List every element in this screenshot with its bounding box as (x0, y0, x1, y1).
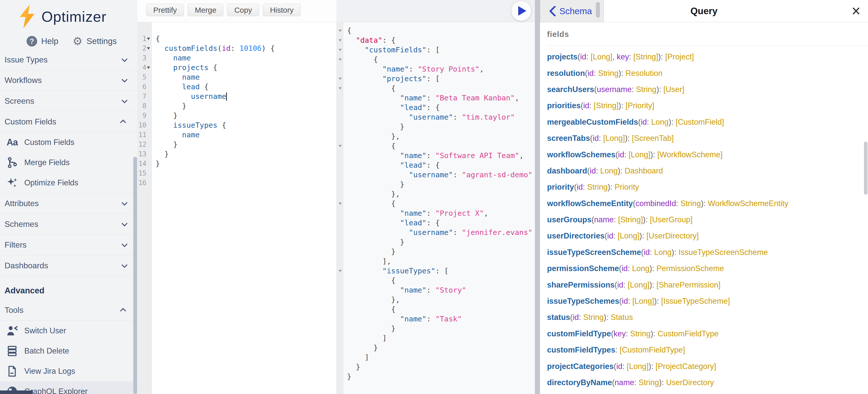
field-name-link[interactable]: customFieldTypes (547, 345, 615, 355)
return-type-link[interactable]: [Priority] (625, 101, 654, 110)
field-name-link[interactable]: userGroups (547, 215, 592, 224)
query-editor[interactable]: { customFields(id: 10106) { name project… (152, 22, 336, 394)
fold-caret-icon[interactable] (339, 49, 342, 51)
type-link[interactable]: String (630, 329, 650, 338)
sidebar-section-screens[interactable]: Screens (0, 91, 137, 112)
fold-caret-icon[interactable] (339, 58, 342, 61)
help-button[interactable]: ? Help (27, 36, 58, 47)
sidebar-item-merge-fields[interactable]: Merge Fields (0, 152, 137, 173)
type-link[interactable]: [String] (618, 215, 643, 224)
field-name-link[interactable]: screenTabs (547, 134, 590, 143)
sidebar-section-dashboards[interactable]: Dashboards (0, 255, 137, 276)
field-name-link[interactable]: searchUsers (547, 85, 594, 94)
return-type-link[interactable]: [User] (663, 85, 684, 94)
fold-caret-icon[interactable] (339, 145, 342, 147)
fold-caret-icon[interactable] (147, 66, 150, 69)
type-link[interactable]: Long (654, 248, 672, 257)
merge-button[interactable]: Merge (188, 4, 223, 16)
return-type-link[interactable]: [Project] (665, 52, 694, 61)
history-button[interactable]: History (263, 4, 301, 16)
type-link[interactable]: String (636, 85, 657, 94)
field-name-link[interactable]: resolution (547, 69, 585, 78)
field-name-link[interactable]: permissionScheme (547, 264, 619, 273)
type-link[interactable]: [Long] (632, 297, 654, 306)
field-name-link[interactable]: mergeableCustomFields (547, 118, 638, 127)
field-name-link[interactable]: issueTypeScreenScheme (547, 248, 641, 257)
return-type-link[interactable]: [CustomFieldType] (620, 345, 685, 355)
field-name-link[interactable]: workflowSchemes (547, 150, 615, 159)
fold-caret-icon[interactable] (339, 39, 342, 41)
sidebar-section-attributes[interactable]: Attributes (0, 193, 137, 214)
field-name-link[interactable]: status (547, 313, 570, 322)
return-type-link[interactable]: IssueTypeScreenScheme (679, 248, 768, 257)
sidebar-item-custom-fields[interactable]: AaCustom Fields (0, 132, 137, 152)
close-icon[interactable]: ✕ (851, 0, 861, 23)
return-type-link[interactable]: PermissionScheme (657, 264, 724, 273)
type-link[interactable]: String (680, 199, 701, 208)
type-link[interactable]: [Long] (618, 232, 639, 241)
copy-button[interactable]: Copy (227, 4, 259, 16)
return-type-link[interactable]: UserDirectory (666, 378, 714, 387)
return-type-link[interactable]: Dashboard (625, 166, 663, 176)
field-name-link[interactable]: userDirectories (547, 232, 604, 241)
type-link[interactable]: Long (632, 264, 649, 273)
type-link[interactable]: [String] (594, 101, 618, 110)
schema-back-button[interactable]: Schema (540, 0, 604, 22)
sidebar-section-workflows[interactable]: Workflows (0, 70, 137, 91)
type-link[interactable]: String (598, 69, 619, 78)
return-type-link[interactable]: Priority (615, 183, 639, 192)
sidebar-item-view-jira-logs[interactable]: View Jira Logs (0, 361, 137, 381)
return-type-link[interactable]: [IssueTypeScheme] (661, 297, 730, 306)
return-type-link[interactable]: [SharePermission] (657, 280, 720, 290)
field-name-link[interactable]: priorities (547, 101, 581, 110)
field-name-link[interactable]: sharePermissions (547, 280, 615, 290)
field-name-link[interactable]: customFieldType (547, 329, 611, 338)
prettify-button[interactable]: Prettify (146, 4, 184, 16)
pane-resize-handle[interactable] (535, 0, 540, 394)
type-link[interactable]: [Long] (628, 150, 650, 159)
type-link[interactable]: String (639, 378, 659, 387)
fold-caret-icon[interactable] (339, 203, 342, 205)
type-link[interactable]: [String] (633, 52, 658, 61)
type-link[interactable]: [Long] (603, 134, 625, 143)
fold-caret-icon[interactable] (339, 87, 342, 90)
doc-explorer-scrollbar[interactable] (864, 142, 867, 195)
field-name-link[interactable]: dashboard (547, 166, 587, 176)
sidebar-section-filters[interactable]: Filters (0, 235, 137, 255)
schema-pane-scrollbar[interactable] (596, 2, 600, 18)
return-type-link[interactable]: [ScreenTab] (632, 134, 674, 143)
return-type-link[interactable]: [UserDirectory] (646, 232, 699, 241)
sidebar-item-optimize-fields[interactable]: Optimize Fields (0, 173, 137, 193)
fold-caret-icon[interactable] (339, 270, 342, 272)
return-type-link[interactable]: Resolution (625, 69, 662, 78)
settings-button[interactable]: ⚙ Settings (72, 36, 117, 47)
sidebar-section-issue-types[interactable]: Issue Types (0, 49, 137, 70)
sidebar-item-switch-user[interactable]: Switch User (0, 321, 137, 341)
sidebar-scrollbar[interactable] (133, 157, 137, 394)
type-link[interactable]: [Long] (628, 280, 649, 290)
field-name-link[interactable]: directoryByName (547, 378, 612, 387)
sidebar-section-tools[interactable]: Tools (0, 300, 137, 321)
type-link[interactable]: String (583, 313, 604, 322)
return-type-link[interactable]: Status (611, 313, 633, 322)
sidebar-section-schemes[interactable]: Schemes (0, 214, 137, 235)
fold-caret-icon[interactable] (147, 47, 150, 50)
sidebar-item-batch-delete[interactable]: Batch Delete (0, 341, 137, 361)
execute-query-button[interactable] (512, 1, 531, 21)
return-type-link[interactable]: [WorkflowScheme] (657, 150, 722, 159)
sidebar-section-custom-fields[interactable]: Custom Fields (0, 112, 137, 132)
field-name-link[interactable]: issueTypeSchemes (547, 297, 619, 306)
field-name-link[interactable]: projects (547, 52, 578, 61)
fold-caret-icon[interactable] (339, 78, 342, 80)
type-link[interactable]: [Long] (591, 52, 612, 61)
fold-caret-icon[interactable] (339, 30, 342, 32)
type-link[interactable]: Long (651, 118, 669, 127)
fold-caret-icon[interactable] (147, 38, 150, 40)
return-type-link[interactable]: WorkflowSchemeEntity (708, 199, 788, 208)
type-link[interactable]: String (587, 183, 608, 192)
return-type-link[interactable]: [CustomField] (676, 118, 724, 127)
type-link[interactable]: Long (600, 166, 618, 176)
type-link[interactable]: [Long] (627, 362, 648, 371)
return-type-link[interactable]: [ProjectCategory] (656, 362, 716, 371)
field-name-link[interactable]: priority (547, 183, 574, 192)
